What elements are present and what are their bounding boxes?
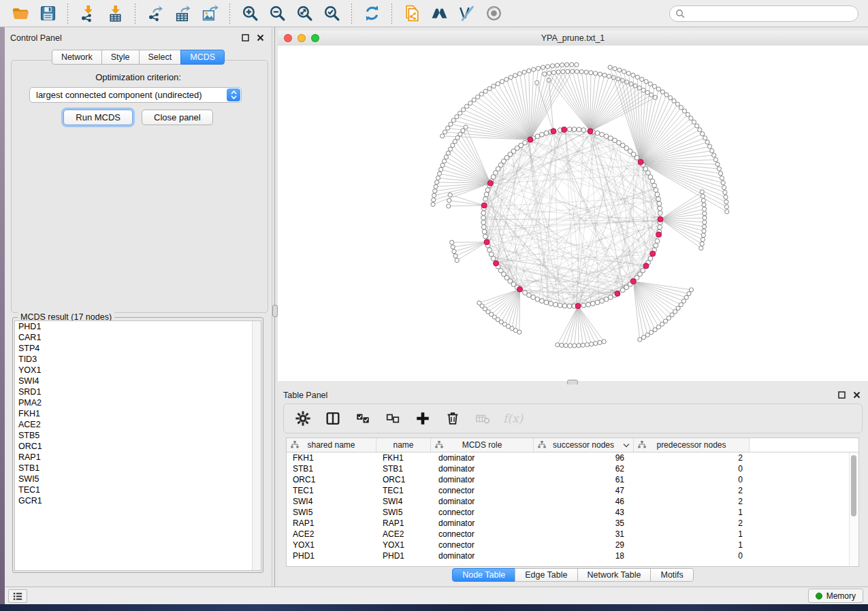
float-panel-button[interactable] [241, 33, 250, 42]
save-session-button[interactable] [37, 3, 58, 24]
table-cell[interactable]: 43 [534, 507, 634, 518]
export-image-button[interactable] [199, 3, 220, 24]
table-cell[interactable]: RAP1 [287, 518, 376, 529]
table-cell[interactable]: YOX1 [376, 540, 431, 550]
table-cell[interactable]: ORC1 [376, 474, 431, 485]
table-scrollbar-track[interactable] [849, 452, 858, 565]
first-neighbors-button[interactable] [429, 3, 449, 24]
column-header-shared-name[interactable]: shared name [287, 438, 376, 452]
list-scrollbar-track[interactable] [252, 321, 261, 570]
mcds-result-item[interactable]: ORC1 [15, 441, 261, 452]
task-history-button[interactable] [8, 589, 27, 603]
table-cell[interactable]: 2 [634, 496, 750, 507]
select-all-button[interactable] [353, 409, 372, 428]
zoom-selected-button[interactable] [321, 3, 342, 24]
zoom-in-button[interactable] [240, 3, 260, 24]
mcds-result-item[interactable]: RAP1 [15, 452, 261, 463]
table-row[interactable]: YOX1YOX1connector291 [287, 540, 858, 550]
table-cell[interactable]: FKH1 [376, 452, 431, 463]
table-cell[interactable]: 61 [534, 474, 634, 485]
mcds-result-item[interactable]: GCR1 [15, 495, 261, 506]
table-cell[interactable]: 0 [634, 474, 750, 485]
table-cell[interactable]: dominator [431, 550, 534, 561]
table-row[interactable]: PHD1PHD1dominator180 [287, 550, 858, 561]
tab-node-table[interactable]: Node Table [452, 568, 515, 582]
table-cell[interactable]: PHD1 [376, 550, 431, 561]
table-cell[interactable]: STB1 [287, 463, 376, 474]
table-cell[interactable]: connector [431, 507, 534, 518]
table-row[interactable]: ACE2ACE2connector311 [287, 529, 858, 540]
table-cell[interactable]: dominator [431, 518, 534, 529]
open-file-button[interactable] [10, 3, 31, 24]
close-table-panel-button[interactable] [852, 391, 861, 399]
table-cell[interactable]: 1 [634, 507, 750, 518]
table-cell[interactable]: 2 [634, 518, 750, 529]
mcds-result-item[interactable]: FKH1 [15, 408, 261, 419]
table-cell[interactable]: 0 [634, 550, 750, 561]
zoom-fit-button[interactable] [294, 3, 315, 24]
float-table-panel-button[interactable] [837, 391, 846, 399]
table-cell[interactable]: 2 [634, 485, 750, 496]
table-cell[interactable]: RAP1 [376, 518, 431, 529]
tab-network-table[interactable]: Network Table [577, 568, 652, 582]
table-cell[interactable]: 31 [534, 529, 634, 540]
vertical-splitter[interactable] [272, 27, 278, 587]
table-cell[interactable]: 47 [534, 485, 634, 496]
table-row[interactable]: TEC1TEC1connector472 [287, 485, 858, 496]
unselect-all-button[interactable] [383, 409, 402, 428]
table-cell[interactable]: SWI4 [376, 496, 431, 507]
table-cell[interactable]: TEC1 [376, 485, 431, 496]
table-cell[interactable]: 1 [634, 529, 750, 540]
column-header-MCDS-role[interactable]: MCDS role [431, 438, 534, 452]
mcds-result-item[interactable]: ACE2 [15, 419, 261, 430]
tab-style[interactable]: Style [101, 50, 140, 65]
table-cell[interactable]: dominator [431, 496, 534, 507]
table-cell[interactable]: 18 [534, 550, 634, 561]
table-row[interactable]: RAP1RAP1dominator352 [287, 518, 858, 529]
table-cell[interactable]: 96 [534, 452, 634, 463]
tab-motifs[interactable]: Motifs [650, 568, 693, 582]
search-input[interactable] [688, 7, 858, 20]
show-columns-button[interactable] [323, 409, 342, 428]
export-network-button[interactable] [145, 3, 165, 24]
table-cell[interactable]: 0 [634, 463, 750, 474]
mcds-result-item[interactable]: SWI4 [15, 376, 261, 386]
new-column-button[interactable] [413, 409, 432, 428]
table-cell[interactable]: SWI4 [287, 496, 376, 507]
tab-network[interactable]: Network [52, 50, 102, 65]
column-header-predecessor-nodes[interactable]: predecessor nodes [634, 438, 750, 452]
table-cell[interactable]: 62 [534, 463, 634, 474]
mcds-result-item[interactable]: STP4 [15, 343, 261, 354]
table-cell[interactable]: connector [431, 529, 534, 540]
mcds-result-item[interactable]: PMA2 [15, 397, 261, 408]
mcds-result-item[interactable]: STB1 [15, 463, 261, 474]
delete-columns-button[interactable] [443, 409, 462, 428]
memory-button[interactable]: Memory [808, 589, 863, 603]
mcds-result-item[interactable]: YOX1 [15, 365, 261, 376]
table-cell[interactable]: dominator [431, 463, 534, 474]
mcds-result-item[interactable]: SRD1 [15, 386, 261, 397]
network-canvas[interactable] [278, 46, 868, 381]
table-row[interactable]: STB1STB1dominator620 [287, 463, 858, 474]
refresh-button[interactable] [361, 3, 382, 24]
table-row[interactable]: ORC1ORC1dominator610 [287, 474, 858, 485]
close-panel-action-button[interactable]: Close panel [142, 110, 213, 125]
table-cell[interactable]: FKH1 [287, 452, 376, 463]
table-mode-gear-button[interactable] [293, 409, 312, 428]
mcds-result-item[interactable]: CAR1 [15, 332, 261, 343]
table-cell[interactable]: SWI5 [287, 507, 376, 518]
vertical-splitter-handle[interactable] [272, 305, 278, 317]
table-cell[interactable]: connector [431, 485, 534, 496]
column-header-name[interactable]: name [376, 438, 431, 452]
import-table-button[interactable] [105, 3, 125, 24]
table-cell[interactable]: TEC1 [287, 485, 376, 496]
table-cell[interactable]: 1 [634, 540, 750, 550]
table-cell[interactable]: STB1 [376, 463, 431, 474]
table-cell[interactable]: SWI5 [376, 507, 431, 518]
column-header-successor-nodes[interactable]: successor nodes [534, 438, 634, 452]
mcds-result-item[interactable]: SWI5 [15, 474, 261, 484]
mcds-result-item[interactable]: TEC1 [15, 484, 261, 495]
table-cell[interactable]: 29 [534, 540, 634, 550]
table-cell[interactable]: 35 [534, 518, 634, 529]
table-cell[interactable]: ACE2 [287, 529, 376, 540]
